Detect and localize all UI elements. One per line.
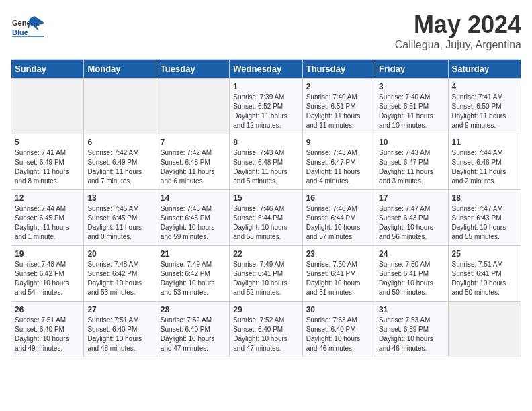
calendar-day-cell: 16Sunrise: 7:46 AMSunset: 6:44 PMDayligh…: [302, 190, 375, 246]
day-info: Sunrise: 7:41 AMSunset: 6:49 PMDaylight:…: [15, 148, 80, 186]
day-info: Sunrise: 7:50 AMSunset: 6:41 PMDaylight:…: [379, 260, 444, 298]
day-info: Sunrise: 7:47 AMSunset: 6:43 PMDaylight:…: [379, 204, 444, 242]
calendar-week-row: 26Sunrise: 7:51 AMSunset: 6:40 PMDayligh…: [11, 302, 521, 357]
calendar-day-cell: 15Sunrise: 7:46 AMSunset: 6:44 PMDayligh…: [230, 190, 302, 246]
day-info: Sunrise: 7:43 AMSunset: 6:47 PMDaylight:…: [306, 148, 371, 186]
calendar-week-row: 1Sunrise: 7:39 AMSunset: 6:52 PMDaylight…: [11, 79, 521, 134]
weekday-header-row: SundayMondayTuesdayWednesdayThursdayFrid…: [11, 60, 521, 79]
day-info: Sunrise: 7:53 AMSunset: 6:40 PMDaylight:…: [306, 316, 371, 353]
calendar-week-row: 19Sunrise: 7:48 AMSunset: 6:42 PMDayligh…: [11, 246, 521, 302]
calendar-day-cell: 21Sunrise: 7:49 AMSunset: 6:42 PMDayligh…: [157, 246, 229, 302]
day-number: 29: [233, 305, 298, 314]
day-info: Sunrise: 7:42 AMSunset: 6:48 PMDaylight:…: [161, 148, 226, 186]
day-info: Sunrise: 7:46 AMSunset: 6:44 PMDaylight:…: [306, 204, 371, 242]
day-info: Sunrise: 7:40 AMSunset: 6:51 PMDaylight:…: [306, 93, 371, 130]
svg-text:Blue: Blue: [12, 28, 28, 36]
calendar-body: 1Sunrise: 7:39 AMSunset: 6:52 PMDaylight…: [11, 79, 521, 357]
day-number: 18: [452, 193, 517, 203]
day-number: 15: [233, 193, 298, 203]
calendar-day-cell: 17Sunrise: 7:47 AMSunset: 6:43 PMDayligh…: [375, 190, 448, 246]
calendar-week-row: 5Sunrise: 7:41 AMSunset: 6:49 PMDaylight…: [11, 134, 521, 190]
calendar-day-cell: 5Sunrise: 7:41 AMSunset: 6:49 PMDaylight…: [11, 134, 84, 190]
weekday-header-cell: Wednesday: [230, 60, 302, 79]
day-number: 10: [379, 138, 444, 147]
day-info: Sunrise: 7:43 AMSunset: 6:48 PMDaylight:…: [233, 148, 298, 186]
calendar-day-cell: 23Sunrise: 7:50 AMSunset: 6:41 PMDayligh…: [302, 246, 375, 302]
calendar-day-cell: 8Sunrise: 7:43 AMSunset: 6:48 PMDaylight…: [230, 134, 302, 190]
day-number: 11: [452, 138, 517, 147]
day-number: 28: [161, 305, 226, 314]
calendar-day-cell: 11Sunrise: 7:44 AMSunset: 6:46 PMDayligh…: [448, 134, 521, 190]
calendar-day-cell: 12Sunrise: 7:44 AMSunset: 6:45 PMDayligh…: [11, 190, 84, 246]
day-number: 9: [306, 138, 371, 147]
day-number: 13: [87, 193, 152, 203]
calendar-day-cell: 29Sunrise: 7:52 AMSunset: 6:40 PMDayligh…: [230, 302, 302, 357]
day-number: 24: [379, 249, 444, 259]
calendar-day-cell: 19Sunrise: 7:48 AMSunset: 6:42 PMDayligh…: [11, 246, 84, 302]
calendar-day-cell: 9Sunrise: 7:43 AMSunset: 6:47 PMDaylight…: [302, 134, 375, 190]
day-info: Sunrise: 7:52 AMSunset: 6:40 PMDaylight:…: [161, 316, 226, 353]
calendar-day-cell: 26Sunrise: 7:51 AMSunset: 6:40 PMDayligh…: [11, 302, 84, 357]
day-info: Sunrise: 7:46 AMSunset: 6:44 PMDaylight:…: [233, 204, 298, 242]
page-header: General Blue May 2024 Calilegua, Jujuy, …: [11, 11, 521, 51]
day-info: Sunrise: 7:45 AMSunset: 6:45 PMDaylight:…: [87, 204, 152, 242]
weekday-header-cell: Sunday: [11, 60, 84, 79]
calendar-day-cell: 4Sunrise: 7:41 AMSunset: 6:50 PMDaylight…: [448, 79, 521, 134]
day-info: Sunrise: 7:49 AMSunset: 6:42 PMDaylight:…: [161, 260, 226, 298]
day-number: 14: [161, 193, 226, 203]
calendar-day-cell: 22Sunrise: 7:49 AMSunset: 6:41 PMDayligh…: [230, 246, 302, 302]
day-number: 23: [306, 249, 371, 259]
calendar-day-cell: 7Sunrise: 7:42 AMSunset: 6:48 PMDaylight…: [157, 134, 229, 190]
weekday-header-cell: Saturday: [448, 60, 521, 79]
calendar-day-cell: 14Sunrise: 7:45 AMSunset: 6:45 PMDayligh…: [157, 190, 229, 246]
day-info: Sunrise: 7:43 AMSunset: 6:47 PMDaylight:…: [379, 148, 444, 186]
day-number: 30: [306, 305, 371, 314]
day-number: 3: [379, 82, 444, 91]
calendar-day-cell: 20Sunrise: 7:48 AMSunset: 6:42 PMDayligh…: [84, 246, 157, 302]
logo: General Blue: [11, 11, 44, 44]
day-number: 21: [161, 249, 226, 259]
day-number: 25: [452, 249, 517, 259]
day-number: 12: [15, 193, 80, 203]
day-number: 4: [452, 82, 517, 91]
day-info: Sunrise: 7:41 AMSunset: 6:50 PMDaylight:…: [452, 93, 517, 130]
day-number: 17: [379, 193, 444, 203]
calendar-day-cell: [11, 79, 84, 134]
calendar-day-cell: [84, 79, 157, 134]
weekday-header-cell: Thursday: [302, 60, 375, 79]
calendar-day-cell: [157, 79, 229, 134]
day-number: 31: [379, 305, 444, 314]
calendar-day-cell: [448, 302, 521, 357]
calendar-day-cell: 25Sunrise: 7:51 AMSunset: 6:41 PMDayligh…: [448, 246, 521, 302]
calendar-day-cell: 24Sunrise: 7:50 AMSunset: 6:41 PMDayligh…: [375, 246, 448, 302]
day-number: 6: [87, 138, 152, 147]
calendar-day-cell: 6Sunrise: 7:42 AMSunset: 6:49 PMDaylight…: [84, 134, 157, 190]
day-info: Sunrise: 7:52 AMSunset: 6:40 PMDaylight:…: [233, 316, 298, 353]
calendar-day-cell: 31Sunrise: 7:53 AMSunset: 6:39 PMDayligh…: [375, 302, 448, 357]
day-info: Sunrise: 7:51 AMSunset: 6:41 PMDaylight:…: [452, 260, 517, 298]
day-info: Sunrise: 7:53 AMSunset: 6:39 PMDaylight:…: [379, 316, 444, 353]
day-number: 7: [161, 138, 226, 147]
calendar-week-row: 12Sunrise: 7:44 AMSunset: 6:45 PMDayligh…: [11, 190, 521, 246]
calendar-day-cell: 28Sunrise: 7:52 AMSunset: 6:40 PMDayligh…: [157, 302, 229, 357]
day-info: Sunrise: 7:42 AMSunset: 6:49 PMDaylight:…: [87, 148, 152, 186]
day-info: Sunrise: 7:51 AMSunset: 6:40 PMDaylight:…: [15, 316, 80, 353]
day-info: Sunrise: 7:48 AMSunset: 6:42 PMDaylight:…: [87, 260, 152, 298]
calendar-day-cell: 10Sunrise: 7:43 AMSunset: 6:47 PMDayligh…: [375, 134, 448, 190]
day-number: 1: [233, 82, 298, 91]
month-title: May 2024: [395, 11, 521, 39]
day-number: 2: [306, 82, 371, 91]
calendar-table: SundayMondayTuesdayWednesdayThursdayFrid…: [11, 59, 521, 357]
calendar-day-cell: 1Sunrise: 7:39 AMSunset: 6:52 PMDaylight…: [230, 79, 302, 134]
day-info: Sunrise: 7:51 AMSunset: 6:40 PMDaylight:…: [87, 316, 152, 353]
day-info: Sunrise: 7:48 AMSunset: 6:42 PMDaylight:…: [15, 260, 80, 298]
day-info: Sunrise: 7:44 AMSunset: 6:46 PMDaylight:…: [452, 148, 517, 186]
calendar-day-cell: 3Sunrise: 7:40 AMSunset: 6:51 PMDaylight…: [375, 79, 448, 134]
day-number: 16: [306, 193, 371, 203]
day-number: 19: [15, 249, 80, 259]
logo-icon: General Blue: [11, 11, 44, 44]
day-info: Sunrise: 7:44 AMSunset: 6:45 PMDaylight:…: [15, 204, 80, 242]
day-info: Sunrise: 7:40 AMSunset: 6:51 PMDaylight:…: [379, 93, 444, 130]
day-info: Sunrise: 7:49 AMSunset: 6:41 PMDaylight:…: [233, 260, 298, 298]
day-number: 8: [233, 138, 298, 147]
